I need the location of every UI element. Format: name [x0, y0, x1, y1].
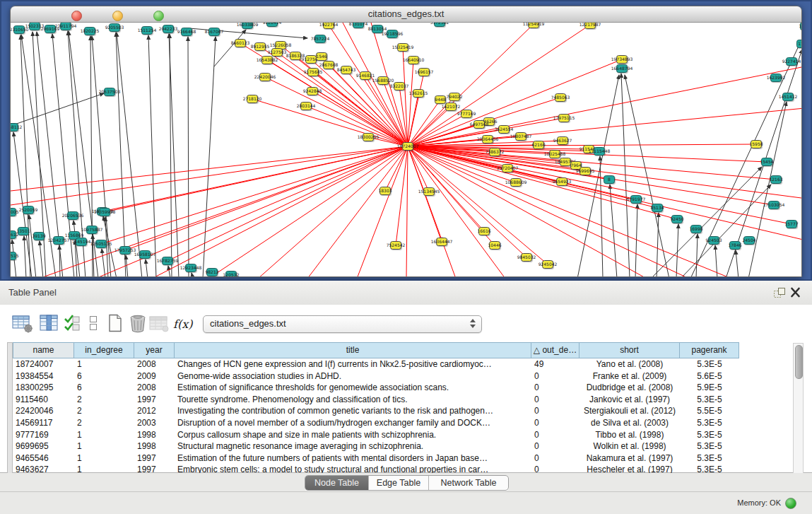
graph-node[interactable]: 17957253: [119, 246, 131, 255]
graph-node[interactable]: 8660123: [235, 39, 246, 47]
graph-node[interactable]: 3624554: [498, 125, 510, 134]
graph-node[interactable]: 13501: [18, 227, 29, 235]
graph-node[interactable]: 9777169: [461, 110, 472, 118]
graph-node[interactable]: 1145194: [76, 238, 87, 246]
cell-in_degree[interactable]: 1: [74, 440, 134, 452]
graph-node[interactable]: 2718120: [247, 95, 258, 103]
graph-node[interactable]: 17115448: [594, 147, 605, 156]
graph-node[interactable]: 9845032: [521, 253, 532, 262]
table-row[interactable]: 2242004622012Investigating the contribut…: [13, 405, 739, 417]
cell-short[interactable]: Jankovic et al. (1997): [579, 394, 680, 406]
graph-node[interactable]: 119612: [11, 230, 16, 239]
graph-node[interactable]: 23911794: [60, 23, 71, 30]
graph-node[interactable]: 6791977: [630, 195, 642, 204]
network-window-titlebar[interactable]: citations_edges.txt: [11, 6, 801, 23]
graph-node[interactable]: 9242848: [307, 87, 318, 95]
graph-node[interactable]: 20206536: [67, 211, 78, 220]
graph-node[interactable]: 1820225: [84, 27, 95, 35]
cell-year[interactable]: 1997: [134, 452, 175, 465]
graph-node[interactable]: 2069169: [45, 25, 56, 33]
column-header-short[interactable]: short: [579, 342, 680, 358]
graph-node[interactable]: 11254919: [528, 23, 539, 28]
select-columns-button[interactable]: [64, 313, 82, 334]
cell-name[interactable]: 18300295: [13, 382, 74, 394]
cell-name[interactable]: 14569117: [13, 417, 74, 429]
graph-node[interactable]: 2520059: [23, 206, 34, 214]
cell-short[interactable]: Stergiakouli et al. (2012): [579, 405, 680, 417]
graph-node[interactable]: 8454743: [341, 66, 352, 74]
cell-out_degree[interactable]: 0: [531, 405, 579, 417]
graph-node[interactable]: 8131074: [353, 23, 364, 28]
graph-node[interactable]: 9463627: [557, 136, 568, 145]
cell-title[interactable]: Estimation of the future numbers of pati…: [175, 452, 531, 465]
graph-node[interactable]: 16364447: [436, 238, 447, 246]
cell-out_degree[interactable]: 0: [531, 452, 579, 465]
cell-title[interactable]: Disruption of a novel member of a sodium…: [175, 417, 531, 429]
graph-node[interactable]: 85134: [652, 204, 663, 212]
cell-pagerank[interactable]: 5.3E-5: [680, 358, 739, 370]
cell-in_degree[interactable]: 6: [74, 370, 134, 382]
cell-pagerank[interactable]: 5.6E-5: [680, 370, 739, 382]
graph-node[interactable]: 9205503: [109, 23, 120, 32]
graph-node[interactable]: 794022: [449, 93, 460, 101]
graph-node[interactable]: 10446: [489, 241, 500, 250]
cell-year[interactable]: 2003: [134, 417, 175, 429]
graph-node[interactable]: 16782759: [162, 257, 173, 265]
cell-name[interactable]: 9777169: [13, 429, 74, 441]
cell-out_degree[interactable]: 49: [531, 358, 579, 370]
graph-node[interactable]: 16640910: [408, 56, 419, 64]
column-header-name[interactable]: name: [13, 342, 74, 358]
cell-year[interactable]: 2008: [134, 358, 175, 370]
cell-out_degree[interactable]: 0: [531, 394, 579, 406]
cell-pagerank[interactable]: 5.3E-5: [680, 417, 739, 429]
cell-pagerank[interactable]: 5.5E-5: [680, 405, 739, 417]
graph-node[interactable]: 7386372: [489, 148, 500, 156]
graph-node[interactable]: 12923448: [185, 264, 196, 272]
graph-node[interactable]: 17359928: [99, 208, 110, 216]
graph-node[interactable]: 9699695: [579, 167, 591, 175]
cell-title[interactable]: Investigating the contribution of common…: [175, 405, 531, 417]
graph-node[interactable]: 2803144: [300, 102, 312, 110]
graph-node[interactable]: 1362615: [413, 89, 424, 98]
graph-node[interactable]: 20537503: [104, 88, 115, 96]
cell-name[interactable]: 18724007: [13, 358, 74, 370]
tab-node-table[interactable]: Node Table: [305, 476, 368, 490]
graph-node[interactable]: 8: [604, 175, 615, 184]
graph-node[interactable]: 16616: [478, 227, 490, 235]
column-header-year[interactable]: year: [134, 342, 175, 358]
graph-node[interactable]: 1623992: [770, 74, 782, 82]
cell-pagerank[interactable]: 5.3E-5: [680, 452, 739, 465]
create-column-button[interactable]: [106, 313, 124, 334]
graph-node[interactable]: 9654923: [556, 177, 567, 186]
graph-node[interactable]: 8322037: [394, 82, 405, 90]
graph-node[interactable]: 120532: [225, 271, 237, 277]
graph-node[interactable]: 8912955: [254, 42, 266, 51]
cell-in_degree[interactable]: 1: [74, 452, 134, 465]
graph-node[interactable]: 1502313: [29, 23, 40, 30]
table-row[interactable]: 977716911998Corpus callosum shape and si…: [13, 429, 739, 441]
cell-year[interactable]: 2012: [134, 405, 175, 417]
import-table-button[interactable]: [148, 313, 170, 334]
graph-node[interactable]: 92450: [671, 215, 683, 223]
graph-node[interactable]: 22420046: [259, 73, 271, 81]
close-icon[interactable]: [790, 287, 803, 298]
graph-node[interactable]: 9166468: [181, 28, 192, 36]
cell-out_degree[interactable]: 0: [531, 417, 579, 429]
cell-short[interactable]: Tibbo et al. (1998): [579, 429, 680, 441]
graph-node[interactable]: 16033809: [242, 23, 253, 29]
cell-out_degree[interactable]: 0: [531, 440, 579, 452]
table-row[interactable]: 969969511998Structural magnetic resonanc…: [13, 440, 739, 452]
cell-in_degree[interactable]: 2: [74, 417, 134, 429]
graph-node[interactable]: 16958107: [139, 250, 151, 259]
graph-node-hub[interactable]: 18724007: [402, 142, 413, 151]
cell-title[interactable]: Corpus callosum shape and size in male p…: [175, 429, 531, 441]
cell-title[interactable]: Genome-wide association studies in ADHD.: [175, 370, 531, 382]
cell-year[interactable]: 1998: [134, 429, 175, 441]
graph-node[interactable]: 2058112: [11, 123, 18, 132]
cell-in_degree[interactable]: 1: [74, 358, 134, 370]
graph-node[interactable]: 15454: [761, 158, 772, 166]
cell-pagerank[interactable]: 5.3E-5: [680, 440, 739, 452]
graph-node[interactable]: 12505135: [95, 240, 107, 248]
graph-node[interactable]: 9127508: [305, 55, 317, 64]
delete-column-button[interactable]: [128, 313, 148, 334]
